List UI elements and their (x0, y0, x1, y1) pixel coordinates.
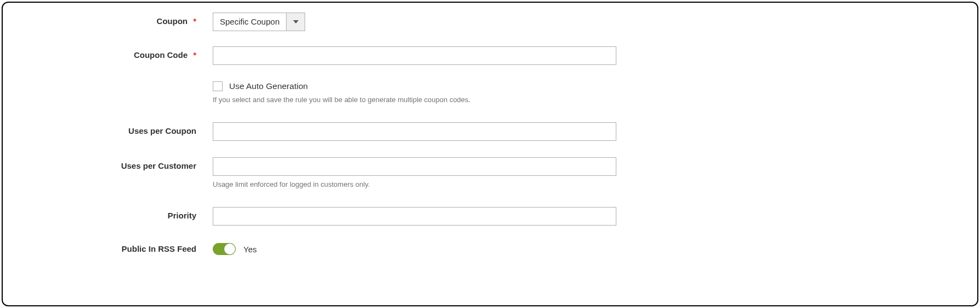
row-auto-generation: Use Auto Generation If you select and sa… (3, 81, 977, 104)
label-coupon-code: Coupon Code * (3, 46, 213, 60)
coupon-select-toggle[interactable] (286, 13, 305, 31)
priority-input[interactable] (213, 207, 616, 226)
required-mark: * (193, 16, 196, 26)
label-uses-per-customer: Uses per Customer (3, 157, 213, 170)
chevron-down-icon (293, 20, 299, 23)
uses-per-customer-input[interactable] (213, 157, 616, 176)
auto-generation-label: Use Auto Generation (229, 81, 308, 91)
label-priority: Priority (3, 207, 213, 220)
auto-generation-helper: If you select and save the rule you will… (213, 96, 470, 104)
uses-per-coupon-input[interactable] (213, 122, 616, 141)
auto-generation-checkbox[interactable] (213, 81, 223, 91)
rss-toggle[interactable] (213, 243, 236, 255)
form-panel: Coupon * Specific Coupon Coupon Code * (2, 2, 978, 306)
row-coupon: Coupon * Specific Coupon (3, 13, 977, 31)
row-uses-per-coupon: Uses per Coupon (3, 122, 977, 141)
row-coupon-code: Coupon Code * (3, 46, 977, 65)
uses-per-customer-helper: Usage limit enforced for logged in custo… (213, 180, 616, 188)
coupon-code-input[interactable] (213, 46, 616, 65)
row-priority: Priority (3, 207, 977, 226)
label-uses-per-coupon: Uses per Coupon (3, 122, 213, 135)
label-coupon-code-text: Coupon Code (134, 50, 188, 60)
toggle-knob (224, 244, 235, 254)
label-coupon-text: Coupon (156, 16, 188, 26)
label-empty (3, 81, 213, 85)
rss-toggle-value: Yes (243, 245, 256, 254)
row-uses-per-customer: Uses per Customer Usage limit enforced f… (3, 157, 977, 188)
required-mark: * (193, 50, 196, 60)
label-rss: Public In RSS Feed (3, 243, 213, 253)
coupon-select-value: Specific Coupon (213, 13, 286, 31)
row-rss: Public In RSS Feed Yes (3, 243, 977, 255)
coupon-select[interactable]: Specific Coupon (213, 13, 305, 31)
label-coupon: Coupon * (3, 13, 213, 26)
